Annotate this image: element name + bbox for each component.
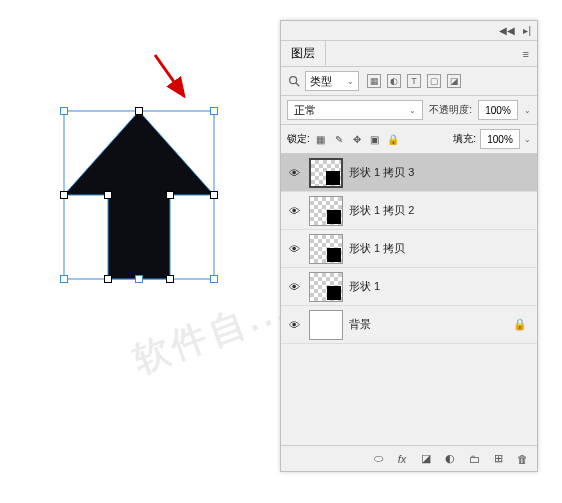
link-layers-icon[interactable]: ⬭ (371, 452, 385, 466)
filter-shape-icon[interactable]: ▢ (427, 74, 441, 88)
lock-paint-icon[interactable]: ✎ (332, 132, 346, 146)
svg-line-1 (155, 55, 184, 96)
panel-menu-icon[interactable]: ≡ (515, 48, 537, 60)
layer-thumbnail[interactable] (309, 234, 343, 264)
layer-name-label[interactable]: 背景 (349, 317, 507, 332)
annotation-arrow-1 (150, 50, 200, 110)
visibility-icon[interactable]: 👁 (285, 281, 303, 293)
lock-position-icon[interactable]: ✥ (350, 132, 364, 146)
opacity-label: 不透明度: (429, 103, 472, 117)
lock-all-icon[interactable]: 🔒 (386, 132, 400, 146)
layer-row[interactable]: 👁形状 1 拷贝 (281, 230, 537, 268)
fill-chevron-icon[interactable]: ⌄ (524, 135, 531, 144)
opacity-chevron-icon[interactable]: ⌄ (524, 106, 531, 115)
blend-row: 正常⌄ 不透明度: 100% ⌄ (281, 96, 537, 125)
filter-type-select[interactable]: 类型⌄ (305, 71, 359, 91)
new-group-icon[interactable]: 🗀 (467, 452, 481, 466)
svg-point-3 (290, 77, 297, 84)
visibility-icon[interactable]: 👁 (285, 205, 303, 217)
adjustment-layer-icon[interactable]: ◐ (443, 452, 457, 466)
layer-name-label[interactable]: 形状 1 拷贝 3 (349, 165, 533, 180)
layer-thumbnail[interactable] (309, 196, 343, 226)
delete-layer-icon[interactable]: 🗑 (515, 452, 529, 466)
layer-effects-icon[interactable]: fx (395, 452, 409, 466)
panel-tabs: 图层 ≡ (281, 41, 537, 67)
blend-mode-select[interactable]: 正常⌄ (287, 100, 423, 120)
new-layer-icon[interactable]: ⊞ (491, 452, 505, 466)
close-icon[interactable]: ▸| (523, 25, 531, 36)
layer-thumbnail[interactable] (309, 272, 343, 302)
layer-thumbnail[interactable] (309, 310, 343, 340)
lock-label: 锁定: (287, 132, 310, 146)
lock-row: 锁定: ▦ ✎ ✥ ▣ 🔒 填充: 100% ⌄ (281, 125, 537, 154)
filter-type-icon[interactable]: T (407, 74, 421, 88)
layer-name-label[interactable]: 形状 1 (349, 279, 533, 294)
svg-line-4 (296, 83, 300, 87)
layer-row[interactable]: 👁背景🔒 (281, 306, 537, 344)
lock-pixels-icon[interactable]: ▦ (314, 132, 328, 146)
visibility-icon[interactable]: 👁 (285, 167, 303, 179)
panel-topbar: ◀◀ ▸| (281, 21, 537, 41)
opacity-input[interactable]: 100% (478, 100, 518, 120)
tab-layers[interactable]: 图层 (281, 41, 326, 66)
layer-name-label[interactable]: 形状 1 拷贝 (349, 241, 533, 256)
filter-smart-icon[interactable]: ◪ (447, 74, 461, 88)
layer-thumbnail[interactable] (309, 158, 343, 188)
layers-panel: ◀◀ ▸| 图层 ≡ 类型⌄ ▦ ◐ T ▢ ◪ 正常⌄ 不透明度: 100% … (280, 20, 538, 472)
layer-row[interactable]: 👁形状 1 拷贝 3 (281, 154, 537, 192)
lock-indicator-icon: 🔒 (513, 318, 533, 331)
collapse-icon[interactable]: ◀◀ (499, 25, 515, 36)
filter-row: 类型⌄ ▦ ◐ T ▢ ◪ (281, 67, 537, 96)
layer-mask-icon[interactable]: ◪ (419, 452, 433, 466)
fill-input[interactable]: 100% (480, 129, 520, 149)
layer-row[interactable]: 👁形状 1 (281, 268, 537, 306)
lock-artboard-icon[interactable]: ▣ (368, 132, 382, 146)
filter-pixel-icon[interactable]: ▦ (367, 74, 381, 88)
visibility-icon[interactable]: 👁 (285, 243, 303, 255)
filter-kind-icons: ▦ ◐ T ▢ ◪ (367, 74, 461, 88)
fill-label: 填充: (453, 132, 476, 146)
search-icon[interactable] (287, 74, 301, 88)
layer-list: 👁形状 1 拷贝 3👁形状 1 拷贝 2👁形状 1 拷贝👁形状 1👁背景🔒 (281, 154, 537, 445)
panel-footer: ⬭ fx ◪ ◐ 🗀 ⊞ 🗑 (281, 445, 537, 471)
layer-name-label[interactable]: 形状 1 拷贝 2 (349, 203, 533, 218)
visibility-icon[interactable]: 👁 (285, 319, 303, 331)
layer-row[interactable]: 👁形状 1 拷贝 2 (281, 192, 537, 230)
filter-adjust-icon[interactable]: ◐ (387, 74, 401, 88)
